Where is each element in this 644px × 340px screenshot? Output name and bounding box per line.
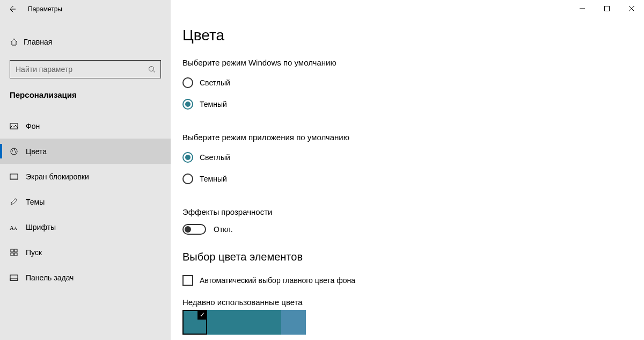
app-mode-dark[interactable]: Темный (182, 171, 633, 187)
sidebar-item-background[interactable]: Фон (0, 113, 171, 139)
svg-rect-9 (10, 178, 18, 179)
svg-point-1 (149, 67, 154, 71)
svg-point-4 (11, 148, 17, 155)
sidebar-item-label: Экран блокировки (26, 172, 89, 181)
arrow-left-icon (8, 5, 17, 13)
picture-icon (10, 122, 18, 131)
svg-rect-17 (10, 279, 18, 280)
svg-rect-13 (14, 249, 17, 252)
window-title: Параметры (25, 5, 62, 13)
sidebar-home-label: Главная (24, 38, 52, 46)
sidebar-item-start[interactable]: Пуск (0, 240, 171, 265)
svg-text:A: A (14, 226, 17, 231)
sidebar-item-colors[interactable]: Цвета (0, 139, 171, 164)
color-swatch[interactable] (207, 310, 232, 335)
window-controls (570, 0, 644, 17)
main-content: Цвета Выберите режим Windows по умолчани… (171, 0, 644, 340)
sidebar-item-taskbar[interactable]: Панель задач (0, 265, 171, 290)
svg-text:A: A (10, 225, 14, 231)
lockscreen-icon (10, 172, 18, 181)
svg-rect-14 (11, 253, 13, 256)
color-swatch[interactable] (182, 310, 207, 335)
svg-line-2 (153, 71, 156, 73)
color-swatch[interactable] (281, 310, 306, 335)
radio-icon (182, 99, 193, 110)
svg-point-6 (14, 149, 15, 150)
checkbox-label: Автоматический выбор главного цвета фона (200, 276, 355, 285)
app-mode-light[interactable]: Светлый (182, 149, 633, 165)
radio-icon (182, 77, 193, 88)
close-icon (629, 6, 634, 11)
nav-list: Фон Цвета Экран блокировки Темы AA Шрифт… (0, 113, 171, 290)
color-swatch[interactable] (257, 310, 281, 335)
font-icon: AA (10, 223, 18, 232)
radio-label: Светлый (200, 153, 230, 162)
transparency-label: Эффекты прозрачности (182, 207, 633, 216)
maximize-icon (604, 6, 610, 11)
page-title: Цвета (182, 27, 633, 44)
sidebar-item-label: Панель задач (26, 273, 74, 282)
start-icon (10, 248, 18, 257)
maximize-button[interactable] (595, 0, 619, 17)
svg-rect-15 (14, 253, 17, 256)
sidebar-item-label: Цвета (26, 147, 47, 156)
sidebar-item-themes[interactable]: Темы (0, 189, 171, 214)
radio-icon (182, 173, 193, 184)
minimize-button[interactable] (570, 0, 595, 17)
windows-mode-dark[interactable]: Темный (182, 96, 633, 112)
palette-icon (10, 147, 18, 156)
pencil-icon (10, 198, 18, 206)
toggle-state: Откл. (214, 225, 233, 234)
minimize-icon (580, 6, 585, 11)
transparency-toggle[interactable] (182, 224, 206, 235)
sidebar-item-label: Шрифты (26, 223, 56, 232)
svg-point-7 (15, 151, 16, 153)
color-swatch[interactable] (232, 310, 257, 335)
recent-colors-label: Недавно использованные цвета (182, 298, 633, 307)
radio-label: Светлый (200, 78, 230, 87)
svg-rect-19 (605, 6, 610, 11)
sidebar-section: Персонализация (0, 78, 171, 106)
accent-heading: Выбор цвета элементов (182, 251, 633, 263)
sidebar-item-label: Пуск (26, 248, 42, 257)
search-input[interactable] (16, 65, 148, 74)
radio-label: Темный (200, 100, 227, 108)
svg-rect-16 (10, 275, 18, 280)
sidebar: Параметры Главная Персонализация Фон Цве… (0, 0, 171, 340)
radio-label: Темный (200, 175, 227, 183)
back-button[interactable] (0, 0, 25, 18)
sidebar-item-fonts[interactable]: AA Шрифты (0, 214, 171, 240)
windows-mode-light[interactable]: Светлый (182, 75, 633, 91)
close-button[interactable] (619, 0, 644, 17)
auto-accent-row[interactable]: Автоматический выбор главного цвета фона (182, 275, 633, 286)
taskbar-icon (10, 273, 18, 282)
sidebar-item-label: Фон (26, 122, 40, 131)
recent-colors-row (182, 310, 633, 335)
checkbox-icon (182, 275, 193, 286)
titlebar: Параметры (0, 0, 171, 18)
home-icon (10, 38, 18, 46)
sidebar-home[interactable]: Главная (0, 31, 171, 53)
sidebar-item-label: Темы (26, 198, 45, 206)
svg-rect-12 (11, 249, 13, 252)
radio-icon (182, 152, 193, 163)
app-mode-label: Выберите режим приложения по умолчанию (182, 133, 633, 142)
search-icon (148, 65, 156, 74)
transparency-toggle-row: Откл. (182, 224, 633, 235)
sidebar-item-lockscreen[interactable]: Экран блокировки (0, 164, 171, 189)
windows-mode-label: Выберите режим Windows по умолчанию (182, 58, 633, 67)
svg-point-5 (12, 150, 13, 151)
search-box[interactable] (10, 60, 161, 78)
